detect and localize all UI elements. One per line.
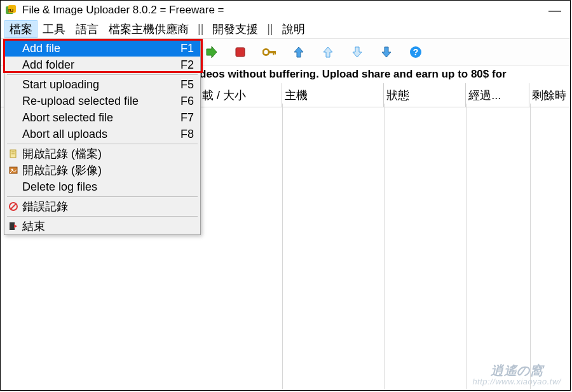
- svg-marker-3: [207, 46, 217, 58]
- log-image-icon: [7, 164, 20, 177]
- svg-point-5: [263, 49, 269, 55]
- svg-text:fU: fU: [8, 8, 14, 13]
- svg-rect-7: [273, 51, 275, 55]
- col-host[interactable]: 主機: [282, 83, 384, 107]
- menu-help[interactable]: 說明: [277, 20, 310, 38]
- menu-divider: [7, 216, 198, 217]
- up-arrow-icon[interactable]: [292, 45, 306, 59]
- menu-item-label: Start uploading: [22, 78, 180, 91]
- menu-item--[interactable]: 開啟記錄 (影像): [4, 162, 200, 179]
- error-log-icon: [7, 200, 20, 213]
- menu-item-shortcut: F1: [180, 42, 194, 55]
- svg-text:?: ?: [413, 47, 419, 57]
- menu-tools[interactable]: 工具: [37, 20, 71, 38]
- svg-marker-11: [353, 47, 362, 57]
- watermark: 逍遙の窩 http://www.xiaoyao.tw/: [472, 363, 561, 386]
- arrow-right-icon[interactable]: [204, 45, 218, 59]
- down-arrow-icon[interactable]: [350, 45, 364, 59]
- menu-item-shortcut: F6: [180, 95, 194, 108]
- blank-icon: [7, 111, 20, 124]
- menu-item--[interactable]: 錯誤記錄: [4, 198, 200, 215]
- menu-sep: ||: [194, 22, 207, 36]
- blank-icon: [7, 128, 20, 140]
- blank-icon: [7, 180, 20, 193]
- promo-text: deos without buffering. Upload share and…: [200, 68, 507, 81]
- col-divider: [282, 104, 283, 389]
- svg-marker-23: [14, 224, 17, 228]
- help-icon[interactable]: ?: [409, 45, 423, 59]
- menu-item-label: Add file: [22, 42, 180, 55]
- menu-file[interactable]: 檔案: [4, 20, 37, 38]
- col-divider: [466, 104, 467, 389]
- col-divider: [384, 104, 385, 389]
- menu-item-label: 開啟記錄 (檔案): [22, 146, 194, 161]
- svg-marker-10: [323, 47, 332, 57]
- col-divider: [530, 104, 531, 389]
- exit-icon: [7, 220, 20, 233]
- svg-line-21: [11, 204, 16, 209]
- menubar: 檔案 工具 語言 檔案主機供應商 || 開發支援 || 說明: [1, 20, 570, 39]
- app-window: fU File & Image Uploader 8.0.2 = Freewar…: [0, 0, 571, 391]
- menu-item-label: Abort selected file: [22, 111, 180, 125]
- menu-item--[interactable]: 開啟記錄 (檔案): [4, 145, 200, 162]
- col-filename-size[interactable]: 載 / 大小: [200, 83, 282, 107]
- log-file-icon: [7, 147, 20, 160]
- menu-item-label: 開啟記錄 (影像): [22, 163, 194, 178]
- menu-language[interactable]: 語言: [71, 20, 104, 38]
- menu-item-shortcut: F8: [180, 128, 194, 141]
- app-icon: fU: [4, 4, 17, 17]
- menu-item-re-upload-selected-file[interactable]: Re-upload selected fileF6: [4, 93, 200, 109]
- menu-item-label: Re-upload selected file: [22, 95, 180, 108]
- svg-marker-12: [382, 47, 391, 57]
- svg-rect-6: [268, 51, 275, 53]
- menu-item-shortcut: F2: [180, 58, 194, 72]
- menu-item-label: Delete log files: [22, 180, 194, 194]
- blank-icon: [7, 42, 20, 55]
- menu-item-shortcut: F5: [180, 78, 194, 91]
- menu-item-label: Add folder: [22, 58, 180, 72]
- menu-item-add-file[interactable]: Add fileF1: [4, 40, 200, 57]
- col-elapsed[interactable]: 經過...: [466, 83, 529, 107]
- file-menu-dropdown: Add fileF1Add folderF2Start uploadingF5R…: [4, 39, 201, 235]
- blank-icon: [7, 58, 20, 71]
- menu-divider: [7, 144, 198, 144]
- col-status[interactable]: 狀態: [384, 83, 466, 107]
- col-remaining[interactable]: 剩餘時: [529, 83, 570, 107]
- menu-divider: [7, 74, 198, 75]
- titlebar: fU File & Image Uploader 8.0.2 = Freewar…: [1, 1, 570, 20]
- menu-item-add-folder[interactable]: Add folderF2: [4, 57, 200, 73]
- up-arrow-outline-icon[interactable]: [321, 45, 335, 59]
- menu-item-start-uploading[interactable]: Start uploadingF5: [4, 76, 200, 93]
- minimize-button[interactable]: —: [548, 3, 566, 18]
- menu-sep: ||: [263, 22, 276, 36]
- menu-item-label: 結束: [22, 219, 194, 234]
- svg-rect-22: [10, 222, 15, 230]
- down-arrow-filled-icon[interactable]: [379, 45, 393, 59]
- menu-hosters[interactable]: 檔案主機供應商: [104, 20, 194, 38]
- window-title: File & Image Uploader 8.0.2 = Freeware =: [22, 4, 224, 17]
- menu-item-abort-all-uploads[interactable]: Abort all uploadsF8: [4, 126, 200, 142]
- watermark-title: 逍遙の窩: [472, 363, 561, 377]
- menu-support[interactable]: 開發支援: [207, 20, 263, 38]
- menu-item-label: 錯誤記錄: [22, 199, 194, 214]
- key-icon[interactable]: [262, 45, 276, 59]
- menu-item-label: Abort all uploads: [22, 128, 180, 141]
- menu-item--[interactable]: 結束: [4, 218, 200, 234]
- svg-marker-9: [294, 47, 303, 57]
- blank-icon: [7, 78, 20, 91]
- menu-divider: [7, 196, 198, 197]
- svg-rect-8: [275, 51, 276, 55]
- stop-icon[interactable]: [233, 45, 247, 59]
- blank-icon: [7, 95, 20, 107]
- menu-item-shortcut: F7: [180, 111, 194, 125]
- table-body: [200, 128, 569, 389]
- watermark-url: http://www.xiaoyao.tw/: [472, 377, 561, 386]
- menu-item-delete-log-files[interactable]: Delete log files: [4, 179, 200, 195]
- menu-item-abort-selected-file[interactable]: Abort selected fileF7: [4, 109, 200, 126]
- svg-rect-4: [236, 48, 245, 57]
